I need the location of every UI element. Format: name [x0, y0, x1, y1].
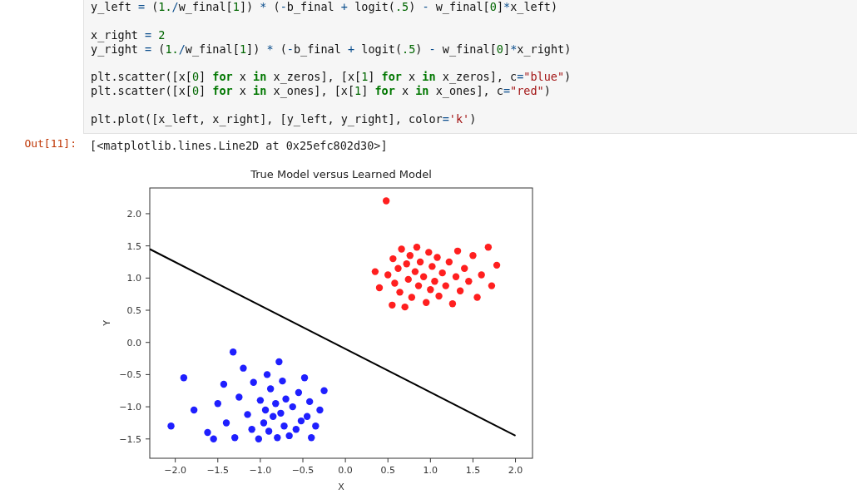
scatter-point-zeros	[255, 435, 262, 442]
scatter-point-zeros	[231, 434, 238, 441]
scatter-point-ones	[488, 282, 495, 289]
scatter-point-ones	[446, 259, 453, 265]
scatter-point-zeros	[240, 364, 246, 371]
scatter-point-ones	[443, 282, 449, 289]
scatter-point-zeros	[279, 378, 285, 384]
code-cell: y_left = (1./w_final[1]) * (-b_final + l…	[0, 0, 857, 134]
scatter-point-zeros	[223, 419, 230, 426]
scatter-point-zeros	[282, 395, 289, 402]
scatter-point-zeros	[293, 426, 300, 432]
scatter-point-ones	[461, 264, 468, 271]
scatter-point-zeros	[270, 413, 276, 419]
scatter-point-zeros	[274, 434, 280, 441]
x-tick-label: 1.0	[424, 465, 438, 476]
scatter-point-zeros	[204, 429, 211, 436]
scatter-point-zeros	[167, 422, 174, 429]
scatter-point-zeros	[267, 385, 274, 392]
scatter-point-ones	[405, 276, 412, 283]
scatter-point-zeros	[260, 419, 267, 426]
scatter-point-ones	[473, 294, 480, 300]
scatter-point-zeros	[301, 374, 308, 381]
y-tick-label: 1.0	[127, 273, 142, 284]
scatter-point-ones	[438, 269, 445, 276]
scatter-point-ones	[454, 248, 461, 254]
output-cell: Out[11]: [<matplotlib.lines.Line2D at 0x…	[0, 134, 857, 157]
y-tick-label: 2.0	[127, 209, 142, 220]
scatter-point-zeros	[257, 397, 264, 403]
scatter-point-zeros	[275, 358, 282, 365]
scatter-point-ones	[394, 264, 401, 271]
scatter-point-zeros	[304, 413, 310, 419]
scatter-point-zeros	[285, 432, 292, 439]
x-tick-label: 0.5	[380, 465, 395, 476]
scatter-point-ones	[425, 249, 432, 255]
scatter-point-ones	[493, 262, 500, 269]
x-tick-label: 2.0	[508, 465, 523, 476]
scatter-point-ones	[423, 299, 429, 305]
scatter-point-ones	[435, 293, 442, 299]
scatter-point-zeros	[230, 348, 236, 355]
output-text: [<matplotlib.lines.Line2D at 0x25efc802d…	[83, 134, 857, 157]
scatter-point-zeros	[277, 410, 284, 417]
scatter-point-ones	[376, 284, 383, 291]
out-prompt: Out[11]:	[0, 134, 83, 153]
x-tick-label: 1.5	[466, 465, 481, 476]
scatter-point-ones	[433, 254, 440, 260]
y-tick-label: 1.5	[127, 241, 142, 252]
x-tick-label: −2.0	[164, 465, 186, 476]
scatter-point-ones	[401, 304, 408, 310]
y-tick-label: 0.5	[127, 305, 142, 316]
scatter-chart: True Model versus Learned Model−2.0−1.5−…	[83, 159, 549, 500]
scatter-point-ones	[469, 252, 476, 259]
scatter-point-zeros	[210, 435, 216, 442]
scatter-point-ones	[420, 273, 427, 279]
scatter-point-ones	[415, 282, 422, 289]
scatter-point-ones	[431, 278, 438, 284]
scatter-point-zeros	[244, 411, 250, 418]
x-axis-label: X	[338, 482, 344, 492]
y-tick-label: −1.5	[119, 434, 141, 445]
scatter-point-ones	[465, 278, 472, 284]
scatter-point-zeros	[290, 403, 296, 410]
scatter-point-zeros	[316, 407, 323, 413]
scatter-point-ones	[457, 287, 463, 294]
scatter-point-zeros	[181, 374, 187, 381]
scatter-point-ones	[391, 279, 398, 286]
scatter-point-zeros	[250, 378, 257, 385]
y-axis-label: Y	[102, 320, 112, 327]
scatter-point-ones	[412, 268, 419, 274]
scatter-point-ones	[409, 294, 415, 300]
chart-title: True Model versus Learned Model	[250, 168, 432, 180]
scatter-point-ones	[407, 252, 414, 259]
scatter-point-zeros	[312, 422, 319, 429]
scatter-point-zeros	[272, 400, 279, 407]
scatter-point-zeros	[235, 393, 242, 400]
scatter-point-ones	[389, 302, 395, 309]
y-tick-label: −0.5	[119, 369, 141, 380]
scatter-point-ones	[428, 263, 435, 269]
plot-output: True Model versus Learned Model−2.0−1.5−…	[0, 157, 857, 500]
scatter-point-zeros	[280, 422, 287, 429]
scatter-point-zeros	[220, 381, 227, 388]
scatter-point-ones	[449, 300, 456, 307]
y-tick-label: −1.0	[119, 402, 141, 413]
scatter-point-zeros	[262, 407, 269, 413]
in-prompt	[0, 0, 83, 7]
scatter-point-ones	[372, 268, 379, 274]
scatter-point-zeros	[306, 398, 313, 405]
scatter-point-zeros	[298, 418, 305, 424]
scatter-point-zeros	[295, 389, 302, 396]
scatter-point-ones	[478, 271, 484, 278]
svg-rect-0	[150, 188, 533, 458]
scatter-point-zeros	[320, 387, 327, 393]
scatter-point-ones	[417, 259, 424, 265]
scatter-point-ones	[427, 286, 433, 293]
scatter-point-zeros	[191, 407, 197, 413]
decision-line	[150, 249, 516, 435]
scatter-point-ones	[384, 271, 391, 278]
scatter-point-ones	[414, 244, 420, 250]
scatter-point-ones	[485, 244, 492, 250]
code-input[interactable]: y_left = (1./w_final[1]) * (-b_final + l…	[83, 0, 857, 134]
scatter-point-ones	[396, 289, 403, 295]
x-tick-label: −0.5	[292, 465, 315, 476]
